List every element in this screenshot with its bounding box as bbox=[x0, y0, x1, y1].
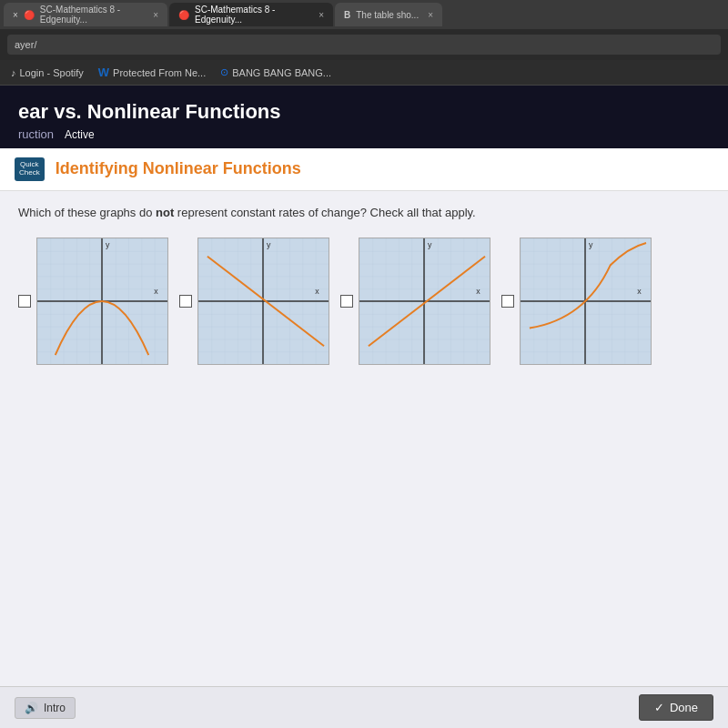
graphs-row: x y bbox=[18, 238, 710, 365]
intro-label: Intro bbox=[44, 702, 66, 714]
question-text: Which of these graphs do not represent c… bbox=[18, 206, 710, 219]
nav-link[interactable]: ruction bbox=[18, 127, 54, 141]
graph-2: x y bbox=[197, 238, 329, 365]
page-subtitle-row: ruction Active bbox=[18, 127, 710, 141]
graph-item-3: x y bbox=[340, 238, 490, 365]
content-card: Quick Check Identifying Nonlinear Functi… bbox=[0, 148, 728, 728]
done-button[interactable]: ✓ Done bbox=[639, 694, 713, 721]
intro-button[interactable]: 🔊 Intro bbox=[15, 697, 76, 719]
tab-1-label: SC-Mathematics 8 - Edgenuity... bbox=[40, 5, 144, 25]
bookmark-word[interactable]: W Protected From Ne... bbox=[95, 64, 209, 81]
graph-item-1: x y bbox=[18, 238, 168, 365]
tab-2-close[interactable]: × bbox=[318, 10, 324, 20]
graph-checkbox-1[interactable] bbox=[18, 295, 31, 308]
tab-2-favicon: 🔴 bbox=[178, 10, 189, 20]
page-content: ear vs. Nonlinear Functions ruction Acti… bbox=[0, 86, 728, 728]
question-bold: not bbox=[156, 206, 174, 219]
page-title: ear vs. Nonlinear Functions bbox=[18, 100, 710, 124]
svg-text:x: x bbox=[315, 287, 319, 296]
svg-text:y: y bbox=[106, 239, 110, 248]
bottom-bar: 🔊 Intro ✓ Done bbox=[0, 686, 728, 728]
graph-3: x y bbox=[359, 238, 490, 365]
graph-1-svg: x y bbox=[37, 238, 167, 364]
spotify-icon: ♪ bbox=[11, 67, 16, 78]
bang-icon: ⊙ bbox=[220, 66, 228, 78]
done-label: Done bbox=[670, 701, 698, 714]
tab-1[interactable]: × 🔴 SC-Mathematics 8 - Edgenuity... × bbox=[4, 3, 167, 26]
tab-3-close[interactable]: × bbox=[428, 10, 433, 20]
tab-2[interactable]: 🔴 SC-Mathematics 8 - Edgenuity... × bbox=[169, 3, 333, 26]
tab-3[interactable]: B The table sho... × bbox=[335, 3, 442, 26]
active-badge: Active bbox=[65, 128, 95, 141]
graph-1: x y bbox=[36, 238, 168, 365]
card-header: Quick Check Identifying Nonlinear Functi… bbox=[0, 148, 728, 191]
graph-4-svg: x y bbox=[521, 238, 651, 364]
tab-bar: × 🔴 SC-Mathematics 8 - Edgenuity... × 🔴 … bbox=[0, 0, 728, 29]
tab-1-close[interactable]: × bbox=[153, 10, 158, 20]
graph-checkbox-4[interactable] bbox=[501, 295, 514, 308]
address-bar-row: ayer/ bbox=[0, 29, 728, 60]
tab-2-label: SC-Mathematics 8 - Edgenuity... bbox=[195, 5, 309, 25]
address-bar[interactable]: ayer/ bbox=[7, 35, 721, 55]
speaker-icon: 🔊 bbox=[25, 702, 38, 714]
graph-2-svg: x y bbox=[198, 238, 329, 364]
svg-text:y: y bbox=[589, 239, 593, 248]
svg-text:x: x bbox=[637, 287, 642, 296]
svg-text:x: x bbox=[154, 287, 158, 296]
bookmark-spotify[interactable]: ♪ Login - Spotify bbox=[7, 66, 87, 80]
svg-text:y: y bbox=[267, 239, 271, 248]
question-part1: Which of these graphs do bbox=[18, 206, 156, 219]
app-area: ear vs. Nonlinear Functions ruction Acti… bbox=[0, 86, 728, 728]
card-body: Which of these graphs do not represent c… bbox=[0, 191, 728, 686]
graph-4: x y bbox=[520, 238, 652, 365]
graph-item-4: x y bbox=[501, 238, 652, 365]
spotify-label: Login - Spotify bbox=[20, 67, 84, 78]
tab-3-favicon: B bbox=[344, 10, 350, 20]
address-text: ayer/ bbox=[15, 39, 36, 50]
graph-checkbox-2[interactable] bbox=[179, 295, 192, 308]
bookmark-bang[interactable]: ⊙ BANG BANG BANG... bbox=[217, 65, 335, 80]
bang-label: BANG BANG BANG... bbox=[232, 67, 331, 78]
bookmarks-bar: ♪ Login - Spotify W Protected From Ne...… bbox=[0, 60, 728, 86]
page-header: ear vs. Nonlinear Functions ruction Acti… bbox=[0, 86, 728, 148]
quick-check-badge: Quick Check bbox=[15, 157, 45, 181]
card-title: Identifying Nonlinear Functions bbox=[56, 159, 301, 178]
checkmark-icon: ✓ bbox=[654, 701, 664, 714]
graph-3-svg: x y bbox=[359, 238, 490, 364]
quick-check-line2: Check bbox=[19, 169, 40, 177]
word-icon: W bbox=[98, 66, 109, 79]
tab-1-title: 🔴 bbox=[24, 10, 35, 20]
protected-label: Protected From Ne... bbox=[113, 67, 206, 78]
tab-3-label: The table sho... bbox=[356, 10, 419, 20]
question-part2: represent constant rates of change? Chec… bbox=[174, 206, 475, 219]
graph-checkbox-3[interactable] bbox=[340, 295, 353, 308]
svg-text:x: x bbox=[476, 287, 480, 296]
browser-chrome: × 🔴 SC-Mathematics 8 - Edgenuity... × 🔴 … bbox=[0, 0, 728, 86]
svg-text:y: y bbox=[428, 239, 432, 248]
tab-1-favicon: × bbox=[13, 10, 18, 20]
graph-item-2: x y bbox=[179, 238, 329, 365]
